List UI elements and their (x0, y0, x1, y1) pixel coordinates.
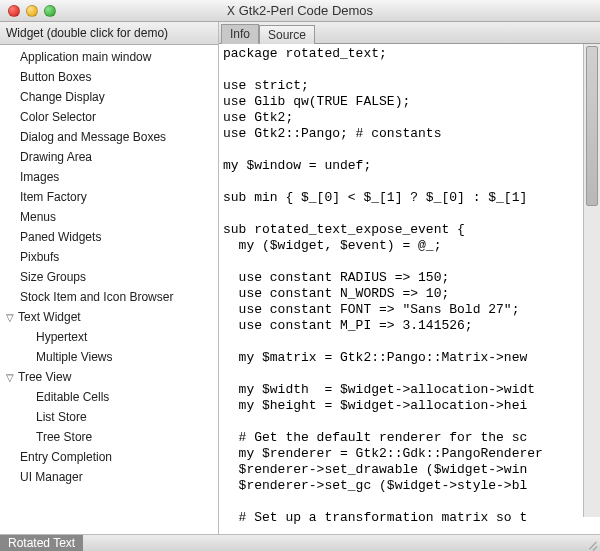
tree-item-label: Hypertext (36, 330, 87, 344)
tree-item-label: Button Boxes (20, 70, 91, 84)
tree-item[interactable]: Item Factory (0, 187, 218, 207)
tree-item-label: Dialog and Message Boxes (20, 130, 166, 144)
tree-item-label: Editable Cells (36, 390, 109, 404)
tree-item[interactable]: Multiple Views (0, 347, 218, 367)
disclosure-triangle-icon[interactable]: ▽ (6, 372, 16, 383)
tree-item[interactable]: Entry Completion (0, 447, 218, 467)
vertical-scrollbar[interactable] (583, 44, 600, 517)
tree-item-label: Size Groups (20, 270, 86, 284)
tree-item-label: Tree View (18, 370, 71, 384)
status-label: Rotated Text (0, 535, 83, 551)
window-controls (0, 5, 56, 17)
widget-tree[interactable]: Application main windowButton BoxesChang… (0, 45, 218, 534)
content: Widget (double click for demo) Applicati… (0, 22, 600, 534)
tree-item-label: Tree Store (36, 430, 92, 444)
tree-item-label: Multiple Views (36, 350, 112, 364)
main-panel: Info Source package rotated_text; use st… (219, 22, 600, 534)
tree-item-label: Stock Item and Icon Browser (20, 290, 173, 304)
tree-item[interactable]: Pixbufs (0, 247, 218, 267)
titlebar: XGtk2-Perl Code Demos (0, 0, 600, 22)
tab-bar: Info Source (219, 22, 600, 44)
tree-item[interactable]: Menus (0, 207, 218, 227)
tab-source[interactable]: Source (259, 25, 315, 44)
tree-item[interactable]: UI Manager (0, 467, 218, 487)
tree-item-label: Color Selector (20, 110, 96, 124)
tree-item[interactable]: Stock Item and Icon Browser (0, 287, 218, 307)
sidebar: Widget (double click for demo) Applicati… (0, 22, 219, 534)
tree-item[interactable]: Dialog and Message Boxes (0, 127, 218, 147)
tree-item[interactable]: Size Groups (0, 267, 218, 287)
tab-info[interactable]: Info (221, 24, 259, 44)
tree-item[interactable]: List Store (0, 407, 218, 427)
tree-item-label: Item Factory (20, 190, 87, 204)
tree-item-label: Images (20, 170, 59, 184)
window-title: XGtk2-Perl Code Demos (0, 3, 600, 18)
tree-item[interactable]: Tree Store (0, 427, 218, 447)
tree-item-label: Pixbufs (20, 250, 59, 264)
minimize-icon[interactable] (26, 5, 38, 17)
tree-item-label: Paned Widgets (20, 230, 101, 244)
tree-item[interactable]: Change Display (0, 87, 218, 107)
tree-item-label: Text Widget (18, 310, 81, 324)
scrollbar-thumb[interactable] (586, 46, 598, 206)
tree-item-label: Menus (20, 210, 56, 224)
source-code[interactable]: package rotated_text; use strict; use Gl… (219, 44, 600, 534)
tree-item-label: List Store (36, 410, 87, 424)
tree-item[interactable]: Paned Widgets (0, 227, 218, 247)
tree-item[interactable]: ▽Text Widget (0, 307, 218, 327)
tree-item[interactable]: Drawing Area (0, 147, 218, 167)
disclosure-triangle-icon[interactable]: ▽ (6, 312, 16, 323)
zoom-icon[interactable] (44, 5, 56, 17)
close-icon[interactable] (8, 5, 20, 17)
resize-grip-icon[interactable] (584, 535, 600, 551)
tree-item-label: Change Display (20, 90, 105, 104)
tree-item-label: UI Manager (20, 470, 83, 484)
tree-item[interactable]: Images (0, 167, 218, 187)
sidebar-header: Widget (double click for demo) (0, 22, 218, 45)
tree-item[interactable]: ▽Tree View (0, 367, 218, 387)
tree-item[interactable]: Color Selector (0, 107, 218, 127)
statusbar: Rotated Text (0, 534, 600, 551)
tree-item[interactable]: Hypertext (0, 327, 218, 347)
tree-item[interactable]: Editable Cells (0, 387, 218, 407)
code-area: package rotated_text; use strict; use Gl… (219, 44, 600, 534)
tree-item-label: Entry Completion (20, 450, 112, 464)
tree-item-label: Application main window (20, 50, 151, 64)
tree-item[interactable]: Application main window (0, 47, 218, 67)
tree-item-label: Drawing Area (20, 150, 92, 164)
tree-item[interactable]: Button Boxes (0, 67, 218, 87)
